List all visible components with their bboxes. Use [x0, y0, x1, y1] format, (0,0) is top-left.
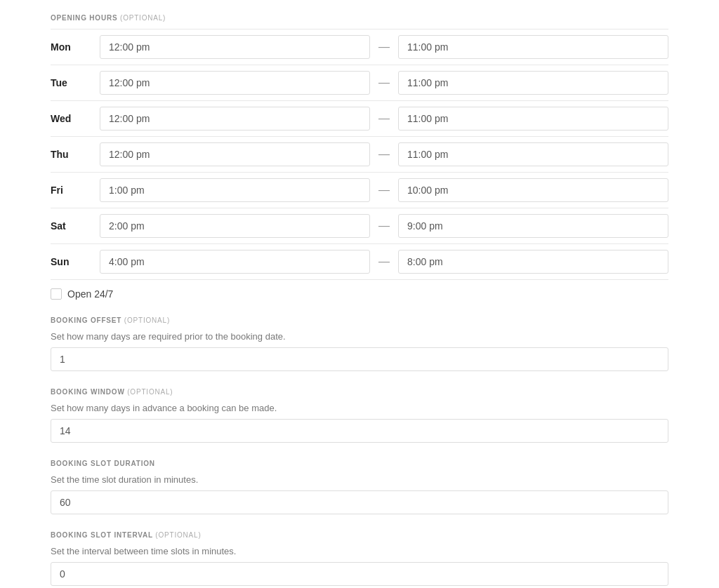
booking-offset-description: Set how many days are required prior to … [51, 331, 668, 342]
open-time-fri[interactable] [100, 178, 370, 202]
opening-hours-label: OPENING HOURS (OPTIONAL) [51, 14, 668, 22]
dash-sat: — [370, 220, 398, 232]
close-time-thu[interactable] [398, 142, 668, 166]
close-time-sat[interactable] [398, 214, 668, 238]
booking-window-description: Set how many days in advance a booking c… [51, 403, 668, 413]
open-time-sat[interactable] [100, 214, 370, 238]
booking-slot-duration-label: BOOKING SLOT DURATION [51, 460, 668, 467]
open-time-sun[interactable] [100, 250, 370, 274]
day-label-mon: Mon [51, 41, 100, 53]
booking-offset-label: BOOKING OFFSET (OPTIONAL) [51, 316, 668, 324]
hours-row-mon: Mon— [51, 29, 668, 65]
open-time-wed[interactable] [100, 107, 370, 131]
page-wrapper: OPENING HOURS (OPTIONAL) Mon—Tue—Wed—Thu… [22, 0, 697, 588]
booking-slot-duration-section: BOOKING SLOT DURATION Set the time slot … [51, 460, 668, 514]
day-label-wed: Wed [51, 113, 100, 124]
booking-window-input[interactable] [51, 419, 668, 443]
booking-window-section: BOOKING WINDOW (OPTIONAL) Set how many d… [51, 388, 668, 443]
close-time-wed[interactable] [398, 107, 668, 131]
day-label-tue: Tue [51, 77, 100, 88]
booking-offset-section: BOOKING OFFSET (OPTIONAL) Set how many d… [51, 316, 668, 371]
hours-container: Mon—Tue—Wed—Thu—Fri—Sat—Sun— [51, 29, 668, 280]
dash-fri: — [370, 184, 398, 196]
booking-window-label: BOOKING WINDOW (OPTIONAL) [51, 388, 668, 396]
booking-offset-input[interactable] [51, 347, 668, 371]
hours-row-sat: Sat— [51, 208, 668, 243]
dash-mon: — [370, 41, 398, 53]
booking-slot-duration-description: Set the time slot duration in minutes. [51, 474, 668, 485]
open247-label: Open 24/7 [67, 288, 113, 300]
hours-row-fri: Fri— [51, 172, 668, 208]
booking-slot-duration-input[interactable] [51, 490, 668, 514]
dash-thu: — [370, 148, 398, 161]
booking-slot-interval-section: BOOKING SLOT INTERVAL (OPTIONAL) Set the… [51, 531, 668, 586]
hours-row-thu: Thu— [51, 136, 668, 172]
booking-slot-interval-input[interactable] [51, 562, 668, 586]
close-time-tue[interactable] [398, 71, 668, 95]
booking-slot-interval-label: BOOKING SLOT INTERVAL (OPTIONAL) [51, 531, 668, 539]
booking-slot-interval-description: Set the interval between time slots in m… [51, 546, 668, 556]
hours-row-wed: Wed— [51, 100, 668, 136]
open-time-thu[interactable] [100, 142, 370, 166]
close-time-fri[interactable] [398, 178, 668, 202]
dash-tue: — [370, 76, 398, 89]
open247-checkbox[interactable] [51, 288, 62, 300]
dash-sun: — [370, 255, 398, 268]
close-time-sun[interactable] [398, 250, 668, 274]
day-label-sun: Sun [51, 256, 100, 267]
hours-row-sun: Sun— [51, 243, 668, 280]
day-label-thu: Thu [51, 149, 100, 160]
dash-wed: — [370, 112, 398, 125]
opening-hours-section: OPENING HOURS (OPTIONAL) Mon—Tue—Wed—Thu… [51, 14, 668, 300]
open-time-tue[interactable] [100, 71, 370, 95]
day-label-sat: Sat [51, 220, 100, 232]
day-label-fri: Fri [51, 185, 100, 196]
open-time-mon[interactable] [100, 35, 370, 59]
close-time-mon[interactable] [398, 35, 668, 59]
open247-row: Open 24/7 [51, 288, 668, 300]
hours-row-tue: Tue— [51, 65, 668, 100]
